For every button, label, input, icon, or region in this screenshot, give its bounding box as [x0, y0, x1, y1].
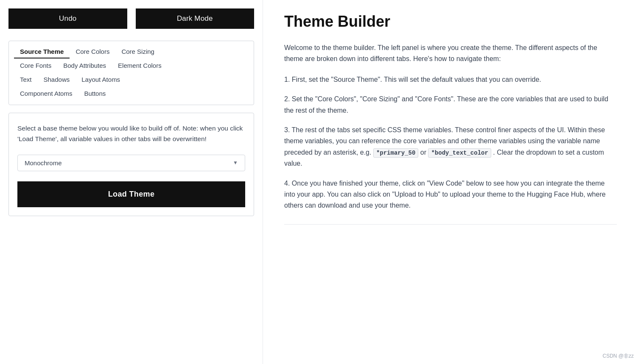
dark-mode-button[interactable]: Dark Mode	[136, 8, 255, 29]
step-2: 2. Set the "Core Colors", "Core Sizing" …	[284, 94, 617, 116]
step-4: 4. Once you have finished your theme, cl…	[284, 178, 617, 211]
step-4-content: Once you have finished your theme, click…	[284, 180, 606, 209]
code-primary-50: *primary_50	[373, 148, 418, 158]
tab-body-attributes[interactable]: Body Attributes	[57, 59, 112, 72]
select-value: Monochrome	[25, 159, 62, 167]
step-3: 3. The rest of the tabs set specific CSS…	[284, 125, 617, 169]
tab-core-fonts[interactable]: Core Fonts	[14, 59, 57, 72]
step-1: 1. First, set the "Source Theme". This w…	[284, 74, 617, 85]
step-1-text: 1. First, set the "Source Theme". This w…	[284, 74, 617, 85]
tab-source-theme[interactable]: Source Theme	[14, 45, 70, 58]
top-buttons: Undo Dark Mode	[8, 8, 254, 29]
tabs-row-2: Core Fonts Body Attributes Element Color…	[14, 59, 249, 72]
watermark: CSDN @非zz	[602, 353, 634, 360]
content-box: Select a base theme below you would like…	[8, 113, 254, 216]
tab-text[interactable]: Text	[14, 73, 38, 86]
divider	[284, 224, 617, 225]
right-panel: Theme Builder Welcome to the theme build…	[263, 0, 638, 364]
tabs-row-3: Text Shadows Layout Atoms	[14, 73, 249, 86]
step-2-number: 2.	[284, 95, 292, 103]
tabs-row-4: Component Atoms Buttons	[14, 87, 249, 100]
step-1-content: First, set the "Source Theme". This will…	[292, 76, 541, 83]
load-theme-button[interactable]: Load Theme	[17, 181, 245, 207]
tab-buttons[interactable]: Buttons	[78, 87, 112, 100]
tab-core-colors[interactable]: Core Colors	[70, 45, 115, 58]
step-1-number: 1.	[284, 76, 292, 83]
description-text: Select a base theme below you would like…	[17, 123, 245, 144]
step-3-number: 3.	[284, 126, 292, 133]
left-panel: Undo Dark Mode Source Theme Core Colors …	[0, 0, 263, 364]
step-4-number: 4.	[284, 180, 292, 187]
step-4-text: 4. Once you have finished your theme, cl…	[284, 178, 617, 211]
tab-layout-atoms[interactable]: Layout Atoms	[76, 73, 126, 86]
intro-text: Welcome to the theme builder. The left p…	[284, 42, 617, 65]
tab-element-colors[interactable]: Element Colors	[112, 59, 168, 72]
undo-button[interactable]: Undo	[8, 8, 127, 29]
step-2-content: Set the "Core Colors", "Core Sizing" and…	[284, 95, 608, 114]
step-2-text: 2. Set the "Core Colors", "Core Sizing" …	[284, 94, 617, 116]
step-3-text: 3. The rest of the tabs set specific CSS…	[284, 125, 617, 169]
tab-shadows[interactable]: Shadows	[38, 73, 76, 86]
tab-component-atoms[interactable]: Component Atoms	[14, 87, 78, 100]
page-title: Theme Builder	[284, 13, 617, 31]
theme-select[interactable]: Monochrome ▼	[17, 155, 245, 171]
tabs-container: Source Theme Core Colors Core Sizing Cor…	[8, 41, 254, 105]
tab-core-sizing[interactable]: Core Sizing	[115, 45, 160, 58]
step-3-mid: or	[420, 149, 428, 156]
tabs-row-1: Source Theme Core Colors Core Sizing	[14, 45, 249, 58]
code-body-text-color: *body_text_color	[428, 148, 491, 158]
chevron-down-icon: ▼	[233, 160, 238, 166]
